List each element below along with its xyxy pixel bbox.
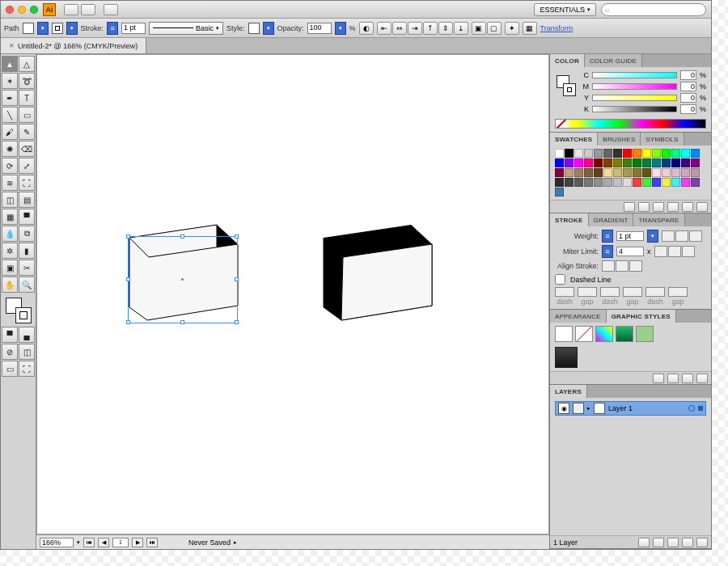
layer-row[interactable]: ◉ ▸ Layer 1 — [555, 401, 706, 416]
draw-mode-icon[interactable]: ◫ — [19, 344, 35, 360]
swatch[interactable] — [565, 158, 574, 167]
swatch[interactable] — [642, 178, 651, 187]
swatch[interactable] — [613, 158, 622, 167]
zoom-field[interactable]: 166% — [40, 538, 74, 547]
swatch[interactable] — [671, 178, 680, 187]
layout-toggle-a[interactable] — [64, 4, 78, 15]
swatch[interactable] — [574, 149, 583, 158]
tab-color-guide[interactable]: Color Guide — [585, 54, 642, 67]
minus-front-icon[interactable]: ▢ — [487, 22, 502, 35]
swatch[interactable] — [613, 168, 622, 177]
tab-swatches[interactable]: Swatches — [550, 133, 598, 146]
align-bottom-icon[interactable]: ⤓ — [454, 22, 468, 35]
swatch[interactable] — [691, 178, 700, 187]
free-transform-tool-icon[interactable]: ⛶ — [19, 175, 35, 191]
stroke-weight-field[interactable]: 1 pt — [121, 23, 146, 34]
layer-name-label[interactable]: Layer 1 — [608, 404, 633, 412]
swatch[interactable] — [662, 149, 671, 158]
swatch[interactable] — [623, 168, 632, 177]
weight-stepper[interactable]: ≡ — [602, 230, 613, 243]
swatch[interactable] — [681, 168, 690, 177]
swatch[interactable] — [642, 149, 651, 158]
rotate-tool-icon[interactable]: ⟳ — [2, 158, 18, 174]
miter-stepper[interactable]: ≡ — [602, 245, 613, 258]
align-center-icon[interactable] — [602, 260, 615, 272]
paintbrush-tool-icon[interactable]: 🖌 — [2, 124, 18, 140]
swatch[interactable] — [652, 158, 661, 167]
dash-field[interactable] — [645, 287, 665, 297]
swatch[interactable] — [671, 149, 680, 158]
selected-object-style-thumb[interactable] — [555, 347, 578, 368]
style-green[interactable] — [616, 326, 633, 342]
slice-tool-icon[interactable]: ✂ — [19, 260, 35, 276]
blend-tool-icon[interactable]: ⧉ — [19, 226, 35, 242]
align-vcenter-icon[interactable]: ⇕ — [438, 22, 453, 35]
swatch[interactable] — [574, 158, 583, 167]
artboard-number-field[interactable]: 1 — [112, 538, 129, 547]
swatch[interactable] — [691, 158, 700, 167]
weight-dropdown[interactable] — [647, 230, 658, 243]
swatch[interactable] — [642, 158, 651, 167]
swatch[interactable] — [623, 178, 632, 187]
help-search-input[interactable]: ⌕ — [601, 3, 706, 16]
tab-appearance[interactable]: Appearance — [550, 310, 607, 323]
line-tool-icon[interactable]: ╲ — [2, 107, 18, 123]
visibility-toggle-icon[interactable]: ◉ — [558, 403, 569, 414]
swatch[interactable] — [662, 168, 671, 177]
graphic-style-dropdown[interactable] — [263, 22, 274, 35]
lasso-tool-icon[interactable]: ➰ — [19, 73, 35, 89]
swatch[interactable] — [555, 188, 564, 196]
change-screen-icon[interactable]: ⛶ — [19, 361, 35, 377]
selection-tool-icon[interactable]: ▲ — [2, 56, 18, 72]
graphic-style-swatch[interactable] — [248, 23, 260, 34]
eyedropper-tool-icon[interactable]: 💧 — [2, 226, 18, 242]
swatch[interactable] — [594, 168, 603, 177]
swatch[interactable] — [603, 149, 612, 158]
fill-swatch[interactable] — [23, 23, 34, 34]
tab-symbols[interactable]: Symbols — [641, 133, 684, 146]
cyan-field[interactable]: 0 — [680, 70, 696, 80]
magic-wand-tool-icon[interactable]: ✶ — [2, 73, 18, 89]
swatch[interactable] — [584, 168, 593, 177]
opacity-field[interactable]: 100 — [307, 23, 332, 34]
swatch[interactable] — [633, 168, 641, 177]
swatch[interactable] — [662, 158, 671, 167]
corner-round-icon[interactable] — [668, 246, 681, 257]
artboard-tool-icon[interactable]: ▣ — [2, 260, 18, 276]
align-hcenter-icon[interactable]: ⇔ — [392, 22, 407, 35]
swatch[interactable] — [565, 149, 574, 158]
swatch[interactable] — [652, 178, 661, 187]
stroke-dropdown[interactable] — [66, 22, 78, 35]
swatch[interactable] — [613, 178, 622, 187]
swatch[interactable] — [584, 149, 593, 158]
titlebar-layout-toggle[interactable] — [64, 4, 95, 15]
swatch[interactable] — [623, 149, 632, 158]
selection-bounding-box[interactable] — [128, 236, 238, 323]
swatch[interactable] — [603, 168, 612, 177]
mesh-tool-icon[interactable]: ▦ — [2, 209, 18, 225]
magenta-slider[interactable] — [592, 83, 677, 90]
next-artboard-icon[interactable]: ▶ — [132, 538, 143, 547]
titlebar-arrange-toggle[interactable] — [104, 4, 118, 15]
tab-color[interactable]: Color — [550, 54, 585, 67]
last-artboard-icon[interactable]: ⏭ — [146, 538, 158, 547]
align-top-icon[interactable]: ⤒ — [423, 22, 438, 35]
swatch[interactable] — [603, 158, 612, 167]
arrange-toggle[interactable] — [104, 4, 118, 15]
close-icon[interactable]: ✕ — [9, 42, 15, 49]
tab-stroke[interactable]: Stroke — [550, 213, 589, 226]
eraser-tool-icon[interactable]: ⌫ — [19, 141, 35, 157]
pen-tool-icon[interactable]: ✒ — [2, 90, 18, 106]
lock-toggle-icon[interactable] — [573, 403, 584, 414]
show-kinds-icon[interactable] — [638, 202, 650, 212]
delete-swatch-icon[interactable] — [696, 202, 708, 212]
document-tab[interactable]: ✕ Untitled-2* @ 166% (CMYK/Preview) — [1, 38, 146, 53]
fill-dropdown[interactable] — [37, 22, 49, 35]
new-layer-icon[interactable] — [682, 538, 693, 547]
rectangle-tool-icon[interactable]: ▭ — [19, 107, 35, 123]
chevron-down-icon[interactable]: ▾ — [77, 539, 80, 546]
swatch[interactable] — [623, 158, 632, 167]
swatch-options-icon[interactable] — [653, 202, 664, 212]
magenta-field[interactable]: 0 — [680, 82, 696, 91]
isolate-mode-icon[interactable]: ✦ — [505, 22, 519, 35]
